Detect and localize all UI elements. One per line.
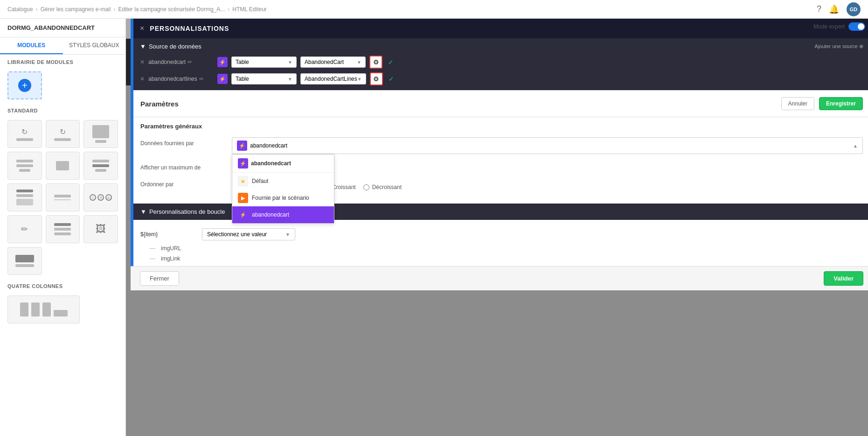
loop-item-row: ${item} Sélectionnez une valeur ▼	[140, 225, 863, 243]
source1-remove-btn[interactable]: ✕	[140, 59, 145, 65]
source1-gear-btn[interactable]: ⚙	[369, 56, 382, 69]
source-row-1: ✕ abandonedcart ✏ ⚡ Table ▼	[140, 56, 863, 69]
source1-lightning-icon: ⚡	[217, 57, 228, 67]
module-item[interactable]	[7, 295, 80, 323]
edit-source1-icon[interactable]: ✏	[187, 59, 192, 65]
section-lib-title: LIBRAIRIE DE MODULES	[0, 55, 125, 68]
chevron-down-icon: ▼	[357, 77, 362, 82]
module-item[interactable]	[7, 247, 42, 275]
refresh-icon: ↻	[21, 127, 28, 136]
modal-overlay: Mode expert × PERSONNALISATIONS ▼ Source…	[126, 19, 868, 436]
top-nav: Catalogue › Gérer les campagnes e-mail ›…	[0, 0, 868, 19]
donnees-dropdown[interactable]: ⚡ abandonedcart ▲	[232, 137, 863, 154]
source2-name: abandonedcartlines ✏	[148, 76, 214, 82]
module-item[interactable]	[83, 120, 118, 148]
source1-check-icon: ✓	[388, 58, 394, 66]
source2-lightning-icon: ⚡	[217, 74, 228, 84]
source-donnees-section: ▼ Source de données Ajouter une source ⊕…	[131, 38, 868, 90]
source2-remove-btn[interactable]: ✕	[140, 76, 145, 82]
source1-type-select[interactable]: Table ▼	[231, 56, 297, 68]
help-icon[interactable]: ?	[817, 4, 821, 14]
image-icon: 🖼	[96, 223, 106, 235]
purple-badge-header: ⚡	[238, 158, 248, 169]
sidebar-tabs: MODULES STYLES GLOBAUX	[0, 37, 125, 55]
dropdown-item-fournie[interactable]: ▶ Fournie par le scénario	[232, 190, 334, 206]
params-general-title: Paramètres généraux	[131, 117, 868, 134]
dropdown-item-abandonedcart[interactable]: ⚡ abandonedcart	[232, 206, 334, 223]
avatar[interactable]: GD	[847, 2, 861, 16]
refresh-icon-2: ↻	[60, 127, 66, 136]
module-item[interactable]: f ✕ in	[83, 183, 118, 211]
module-item[interactable]	[46, 183, 80, 211]
param-control-donnees: ⚡ abandonedcart ▲ ⚡ abandonedcart	[232, 137, 863, 154]
param-row-donnees: Données fournies par ⚡ abandonedcart ▲	[131, 134, 868, 158]
source1-value-select[interactable]: AbandonedCart ▼	[300, 56, 366, 68]
modal-close-btn[interactable]: ×	[140, 24, 144, 33]
cancel-button[interactable]: Annuler	[781, 97, 814, 110]
breadcrumb-item-1[interactable]: Catalogue	[7, 6, 33, 13]
edit-source2-icon[interactable]: ✏	[199, 76, 204, 82]
chevron-down-icon: ▼	[288, 77, 292, 82]
content-area: Options ▼ 👥 Personnalisations Français ▼…	[126, 19, 868, 436]
chevron-up-icon: ▲	[853, 143, 858, 148]
modal-header: × PERSONNALISATIONS	[131, 19, 868, 38]
tab-modules[interactable]: MODULES	[0, 37, 63, 54]
standard-module-grid: ↻ ↻	[0, 116, 125, 279]
param-label-donnees: Données fournies par	[140, 137, 224, 147]
loop-var-label: ${item}	[140, 231, 196, 238]
module-item[interactable]	[46, 215, 80, 243]
mode-expert-label: Mode expert	[813, 23, 845, 30]
params-actions: Annuler Enregistrer	[781, 97, 863, 110]
param-label-ordonner: Ordonner par	[140, 178, 224, 188]
source2-gear-btn[interactable]: ⚙	[370, 72, 383, 85]
left-accent	[131, 19, 133, 290]
bell-icon[interactable]: 🔔	[829, 4, 839, 14]
validate-button[interactable]: Valider	[824, 271, 863, 286]
loop-select[interactable]: Sélectionnez une valeur ▼	[202, 228, 295, 240]
add-module-btn[interactable]: +	[7, 71, 42, 99]
add-source-btn[interactable]: Ajouter une source ⊕	[815, 43, 863, 49]
module-item[interactable]: 🖼	[83, 215, 118, 243]
dropdown-item-default[interactable]: ★ Défaut	[232, 173, 334, 190]
close-button[interactable]: Fermer	[140, 271, 179, 286]
quatre-module-grid	[0, 292, 125, 327]
modal-panel: Mode expert × PERSONNALISATIONS ▼ Source…	[131, 19, 868, 290]
param-label-afficher: Afficher un maximum de	[140, 162, 224, 171]
top-nav-right: ? 🔔 GD	[817, 2, 861, 16]
module-item[interactable]	[83, 152, 118, 180]
play-icon: ▶	[238, 193, 248, 203]
breadcrumb-item-2[interactable]: Gérer les campagnes e-mail	[41, 6, 111, 13]
tab-styles[interactable]: STYLES GLOBAUX	[63, 37, 126, 54]
sort-options: Croissant Décroissant	[323, 184, 402, 190]
module-item[interactable]: ↻	[7, 120, 42, 148]
source2-value-select[interactable]: AbandonedCartLines ▼	[300, 73, 366, 84]
sidebar-campaign-title: DORMG_ABANDONNEDCART	[0, 19, 125, 37]
dropdown-header-abandonedcart: ⚡ abandonedcart	[232, 155, 334, 173]
sort-decroissant-option[interactable]: Décroissant	[363, 184, 402, 190]
loop-sub-item-imgurl: — imgURL	[150, 243, 854, 253]
params-header: Paramètres Annuler Enregistrer	[131, 91, 868, 117]
mode-expert-toggle[interactable]	[848, 22, 865, 31]
mode-expert-bar: Mode expert	[813, 22, 865, 31]
purple-badge-item: ⚡	[238, 210, 248, 220]
plus-icon: +	[18, 79, 31, 92]
module-item[interactable]	[7, 183, 42, 211]
module-item[interactable]	[7, 152, 42, 180]
source2-check-icon: ✓	[389, 75, 394, 83]
source2-type-select[interactable]: Table ▼	[231, 73, 297, 84]
breadcrumb-item-4: HTML Editeur	[232, 6, 267, 13]
breadcrumb-item-3[interactable]: Editer la campagne scénarisée Dormg_A...	[118, 6, 225, 13]
chevron-down-icon: ▼	[357, 60, 361, 65]
section-quatre-title: QUATRE COLONNES	[0, 279, 125, 292]
main-layout: DORMG_ABANDONNEDCART MODULES STYLES GLOB…	[0, 19, 868, 436]
chevron-down-icon: ▼	[288, 60, 292, 65]
save-button[interactable]: Enregistrer	[819, 97, 863, 110]
section-standard-title: STANDARD	[0, 103, 125, 116]
source1-name: abandonedcart ✏	[148, 59, 214, 65]
purple-badge-icon: ⚡	[237, 141, 247, 151]
module-item[interactable]: ✏	[7, 215, 42, 243]
lib-module-grid: +	[0, 68, 125, 103]
sort-decroissant-radio[interactable]	[363, 184, 369, 190]
module-item[interactable]: ↻	[46, 120, 80, 148]
module-item[interactable]	[46, 152, 80, 180]
